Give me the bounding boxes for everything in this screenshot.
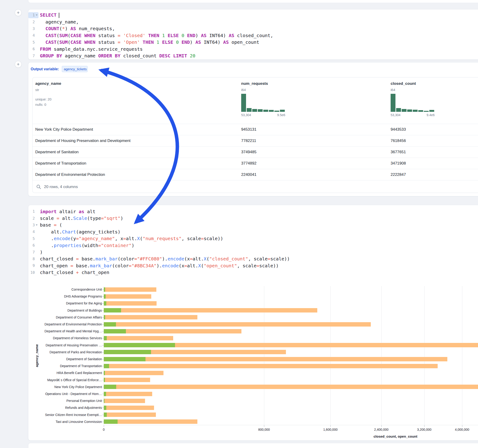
bar-open_count[interactable]	[104, 301, 106, 305]
code-text[interactable]: SELECT	[38, 12, 59, 18]
column-header-num_requests[interactable]: num_requestsi6453,3049.5e6	[241, 77, 391, 124]
add-cell-button[interactable]: +	[15, 9, 22, 16]
code-line[interactable]: 2scale = alt.Scale(type="sqrt")	[28, 215, 478, 221]
code-line[interactable]: 9chart_open = base.mark_bar(color="#8BC3…	[28, 262, 478, 269]
table-row[interactable]: Department of Sanitation37494853677651	[32, 146, 478, 158]
code-text[interactable]: chart_closed + chart_open	[38, 270, 109, 275]
code-line[interactable]: 6FROM sample_data.nyc.service_requests	[28, 46, 478, 52]
code-line[interactable]: 1import altair as alt	[28, 208, 478, 215]
histogram-bar	[263, 110, 268, 112]
code-text[interactable]: chart_closed = base.mark_bar(color="#FFC…	[38, 256, 290, 261]
bar-closed_count[interactable]	[104, 308, 317, 312]
bar-closed_count[interactable]	[104, 357, 447, 361]
code-text[interactable]: .encode(y="agency_name", x=alt.X("num_re…	[38, 236, 223, 241]
bar-open_count[interactable]	[104, 392, 106, 396]
histogram-bar	[413, 110, 418, 112]
bar-open_count[interactable]	[104, 315, 105, 319]
code-line[interactable]: 3base = (	[28, 222, 478, 228]
bar-closed_count[interactable]	[104, 336, 173, 340]
table-row[interactable]: Department of Transportation377489234719…	[32, 158, 478, 169]
caret-slot	[35, 210, 38, 213]
bar-closed_count[interactable]	[104, 406, 154, 410]
code-line[interactable]: 4 CAST(SUM(CASE WHEN status = 'Closed' T…	[28, 32, 478, 39]
code-token: =	[190, 256, 193, 261]
bar-closed_count[interactable]	[104, 392, 152, 396]
bar-closed_count[interactable]	[104, 287, 156, 292]
column-header-agency_name[interactable]: agency_namestrunique: 20nulls: 0	[35, 77, 241, 124]
bar-closed_count[interactable]	[104, 385, 478, 389]
gridline	[264, 286, 264, 425]
search-icon[interactable]	[36, 184, 41, 189]
code-text[interactable]: .properties(width="container")	[38, 243, 134, 248]
code-line[interactable]: 5 .encode(y="agency_name", x=alt.X("num_…	[28, 235, 478, 242]
code-line[interactable]: 2 agency_name,	[28, 19, 478, 25]
code-text[interactable]: GROUP BY agency_name ORDER BY closed_cou…	[38, 53, 195, 59]
bar-closed_count[interactable]	[104, 378, 150, 382]
bar-open_count[interactable]	[104, 406, 106, 410]
code-text[interactable]: chart_open = base.mark_bar(color="#8BC34…	[38, 263, 279, 268]
bar-closed_count[interactable]	[104, 412, 156, 417]
code-line[interactable]: 5 CAST(SUM(CASE WHEN status = 'Open' THE…	[28, 39, 478, 46]
python-editor[interactable]: 1import altair as alt2scale = alt.Scale(…	[28, 208, 478, 276]
bar-open_count[interactable]	[104, 357, 145, 361]
code-text[interactable]: )	[38, 249, 43, 255]
code-text[interactable]: agency_name,	[38, 19, 79, 25]
code-text[interactable]: CAST(SUM(CASE WHEN status = 'Open' THEN …	[38, 39, 259, 45]
column-header-closed_count[interactable]: closed_counti6453,3049.4e6	[391, 77, 478, 124]
code-token	[184, 33, 187, 38]
code-token: import	[40, 209, 57, 214]
bar-open_count[interactable]	[104, 343, 175, 347]
code-text[interactable]: COUNT(*) AS num_requests,	[38, 26, 115, 31]
line-gutter: 4	[28, 229, 38, 235]
add-cell-button[interactable]: +	[15, 61, 22, 68]
code-line[interactable]: 8chart_closed = base.mark_bar(color="#FF…	[28, 255, 478, 262]
bar-open_count[interactable]	[104, 399, 104, 403]
bar-open_count[interactable]	[104, 308, 121, 312]
bar-open_count[interactable]	[104, 371, 105, 375]
bar-open_count[interactable]	[104, 364, 109, 368]
bar-closed_count[interactable]	[104, 315, 197, 319]
code-line[interactable]: 10chart_closed + chart_open	[28, 269, 478, 276]
bar-closed_count[interactable]	[104, 364, 438, 368]
bar-open_count[interactable]	[104, 294, 106, 299]
bar-closed_count[interactable]	[104, 301, 157, 305]
bar-open_count[interactable]	[104, 350, 151, 354]
code-text[interactable]: scale = alt.Scale(type="sqrt")	[38, 216, 123, 221]
output-variable-chip[interactable]: agency_tickets	[62, 66, 88, 72]
code-text[interactable]: import altair as alt	[38, 209, 95, 214]
table-row[interactable]: New York City Police Department945313194…	[32, 124, 478, 135]
bar-closed_count[interactable]	[104, 399, 145, 403]
code-text[interactable]: base = (	[38, 222, 62, 228]
code-text[interactable]: alt.Chart(agency_tickets)	[38, 229, 120, 235]
code-line[interactable]: 6 .properties(width="container")	[28, 242, 478, 249]
code-token: mark_bar	[90, 263, 112, 268]
bar-open_count[interactable]	[104, 385, 116, 389]
bar-open_count[interactable]	[104, 378, 105, 382]
bar-open_count[interactable]	[104, 329, 126, 333]
column-meta: nulls: 0	[35, 103, 241, 106]
collapse-caret-icon[interactable]	[35, 223, 38, 227]
bar-open_count[interactable]	[104, 322, 116, 327]
collapse-caret-icon[interactable]	[35, 13, 38, 17]
sql-editor[interactable]: 1SELECT2 agency_name,3 COUNT(*) AS num_r…	[28, 12, 478, 59]
table-row[interactable]: Department of Housing Preservation and D…	[32, 135, 478, 146]
bar-closed_count[interactable]	[104, 322, 371, 327]
code-token: (agency_tickets)	[76, 229, 121, 235]
bar-closed_count[interactable]	[104, 371, 164, 375]
x-tick-label: 3,200,000	[417, 428, 431, 431]
code-line[interactable]: 7)	[28, 249, 478, 255]
bar-open_count[interactable]	[104, 287, 105, 292]
bar-open_count[interactable]	[104, 336, 107, 340]
caret-slot	[35, 264, 38, 268]
code-line[interactable]: 4 alt.Chart(agency_tickets)	[28, 228, 478, 235]
bar-open_count[interactable]	[104, 419, 118, 424]
code-line[interactable]: 3 COUNT(*) AS num_requests,	[28, 25, 478, 32]
code-text[interactable]: CAST(SUM(CASE WHEN status = 'Closed' THE…	[38, 33, 273, 38]
code-line[interactable]: 1SELECT	[28, 12, 478, 19]
code-text[interactable]: FROM sample_data.nyc.service_requests	[38, 46, 143, 52]
bar-closed_count[interactable]	[104, 294, 151, 299]
bar-closed_count[interactable]	[104, 419, 197, 424]
code-line[interactable]: 7GROUP BY agency_name ORDER BY closed_co…	[28, 52, 478, 59]
bar-open_count[interactable]	[104, 412, 107, 417]
table-row[interactable]: Department of Environmental Protection22…	[32, 169, 478, 180]
